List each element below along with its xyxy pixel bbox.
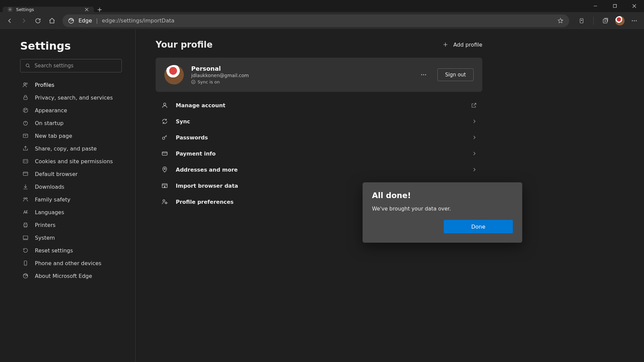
close-tab-icon[interactable] [84,7,89,12]
sidebar-item-label: Profiles [35,82,54,88]
row-label: Payment info [176,150,464,157]
browser-tab[interactable]: Settings [3,7,94,12]
minimize-button[interactable] [586,0,605,12]
reset-icon [22,247,29,254]
title-bar: Settings [0,0,644,12]
sidebar-item-appearance[interactable]: Appearance [20,104,122,117]
system-icon [22,234,29,241]
sidebar-item-downloads[interactable]: Downloads [20,180,122,193]
address-app-label: Edge [78,17,92,24]
svg-point-30 [425,74,426,75]
svg-point-36 [163,200,165,202]
sidebar-item-languages[interactable]: Languages [20,206,122,219]
svg-point-10 [24,83,26,85]
sidebar-item-system[interactable]: System [20,231,122,244]
dialog-title: All done! [372,191,513,200]
collections-icon[interactable] [599,14,612,27]
sidebar-item-profiles[interactable]: Profiles [20,78,122,91]
phone-icon [22,260,29,266]
sidebar-item-reset[interactable]: Reset settings [20,244,122,257]
settings-sidebar: Settings Profiles Privacy, search, and s… [0,29,136,362]
gear-icon [7,7,13,12]
sidebar-item-default-browser[interactable]: Default browser [20,168,122,180]
svg-point-31 [164,103,166,105]
svg-point-7 [634,20,635,21]
favorite-icon[interactable] [557,17,564,24]
profile-avatar [164,65,184,84]
address-bar[interactable]: Edge | edge://settings/importData [62,14,569,27]
sidebar-item-label: System [35,235,55,241]
row-label: Addresses and more [176,167,464,173]
svg-point-34 [164,168,165,169]
profile-card: Personal jdlaukkonen@gmail.com Sync is o… [156,58,482,92]
svg-point-21 [24,198,25,199]
sidebar-item-cookies[interactable]: Cookies and site permissions [20,155,122,168]
sidebar-item-family[interactable]: Family safety [20,193,122,206]
svg-point-13 [23,108,28,113]
row-sync[interactable]: Sync [156,113,482,129]
location-icon [161,166,168,173]
chevron-right-icon [472,151,477,156]
new-tab-button[interactable] [94,7,105,12]
add-profile-button[interactable]: Add profile [442,42,482,48]
language-icon [22,209,29,216]
row-manage-account[interactable]: Manage account [156,97,482,113]
profile-avatar-button[interactable] [615,16,625,25]
sidebar-item-startup[interactable]: On startup [20,117,122,129]
forward-button[interactable] [17,14,30,27]
power-icon [22,120,29,126]
sidebar-item-label: Privacy, search, and services [35,95,113,101]
svg-rect-20 [23,172,28,176]
sidebar-item-label: Reset settings [35,247,73,254]
toolbar: Edge | edge://settings/importData [0,12,644,29]
sidebar-item-share[interactable]: Share, copy, and paste [20,142,122,155]
sidebar-item-newtab[interactable]: New tab page [20,129,122,142]
refresh-button[interactable] [32,14,44,27]
chevron-right-icon [472,119,477,124]
profiles-icon [22,81,29,88]
permissions-icon [22,158,29,165]
search-input[interactable] [35,63,117,69]
row-payment[interactable]: Payment info [156,145,482,162]
sidebar-item-label: About Microsoft Edge [35,273,92,279]
search-settings[interactable] [20,59,122,72]
more-menu-button[interactable] [628,14,641,27]
home-button[interactable] [46,14,58,27]
svg-point-32 [162,137,165,139]
sidebar-item-label: Family safety [35,196,70,203]
row-addresses[interactable]: Addresses and more [156,162,482,178]
done-button[interactable]: Done [444,220,513,233]
browser-icon [22,171,29,177]
profile-prefs-icon [161,198,168,205]
sidebar-item-about[interactable]: About Microsoft Edge [20,269,122,282]
sign-out-button[interactable]: Sign out [437,68,474,81]
sidebar-item-phone[interactable]: Phone and other devices [20,257,122,269]
profile-sync-status: Sync is on [191,79,410,84]
svg-point-28 [421,74,422,75]
add-profile-label: Add profile [453,42,482,48]
profile-more-button[interactable] [417,68,430,81]
maximize-button[interactable] [605,0,625,12]
profile-name: Personal [191,65,410,72]
sidebar-item-privacy[interactable]: Privacy, search, and services [20,91,122,104]
tracking-icon[interactable] [575,14,588,27]
svg-rect-23 [24,224,28,226]
back-button[interactable] [3,14,16,27]
svg-rect-12 [24,97,28,100]
svg-point-16 [24,111,25,111]
row-passwords[interactable]: Passwords [156,129,482,145]
toolbar-right [573,14,641,27]
close-window-button[interactable] [625,0,644,12]
paint-icon [22,107,29,114]
search-icon [25,63,31,68]
svg-point-15 [26,109,26,110]
sidebar-item-printers[interactable]: Printers [20,219,122,231]
key-icon [161,134,168,141]
sidebar-item-label: Appearance [35,107,67,114]
row-label: Manage account [176,102,464,109]
sidebar-item-label: Default browser [35,171,78,177]
row-label: Passwords [176,134,464,141]
sidebar-item-label: Downloads [35,184,64,190]
svg-point-4 [581,20,582,20]
sidebar-title: Settings [20,40,122,52]
